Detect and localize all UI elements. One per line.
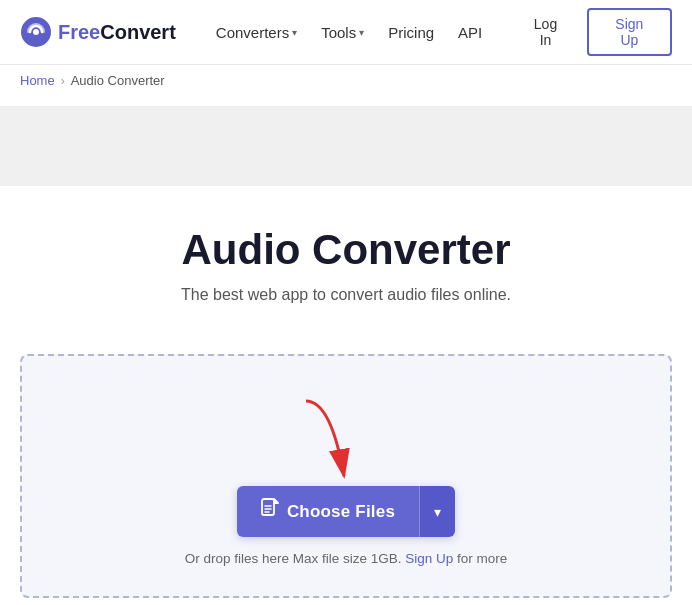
logo-icon [20,16,52,48]
chevron-down-icon: ▾ [434,504,441,520]
dropdown-button[interactable]: ▾ [419,486,455,537]
auth-area: Log In Sign Up [512,8,672,56]
arrow-container [42,396,650,476]
signup-button[interactable]: Sign Up [587,8,672,56]
logo[interactable]: FreeConvert [20,16,176,48]
breadcrumb-separator: › [61,74,65,88]
logo-text: FreeConvert [58,21,176,44]
choose-files-button[interactable]: Choose Files [237,486,419,537]
nav-api[interactable]: API [448,18,492,47]
page-title: Audio Converter [20,226,672,274]
upload-section: Choose Files ▾ Or drop files here Max fi… [20,354,672,598]
choose-files-group: Choose Files ▾ [237,486,455,537]
nav-tools[interactable]: Tools ▾ [311,18,374,47]
svg-point-1 [33,29,39,35]
page-subtitle: The best web app to convert audio files … [20,286,672,304]
breadcrumb-current: Audio Converter [71,73,165,88]
breadcrumb-home[interactable]: Home [20,73,55,88]
drop-info: Or drop files here Max file size 1GB. Si… [42,551,650,566]
drop-info-signup-link[interactable]: Sign Up [405,551,457,566]
nav-pricing[interactable]: Pricing [378,18,444,47]
login-button[interactable]: Log In [512,10,578,54]
main-content: Audio Converter The best web app to conv… [0,196,692,344]
chevron-down-icon: ▾ [292,27,297,38]
arrow-icon [276,396,416,486]
nav-converters[interactable]: Converters ▾ [206,18,307,47]
file-icon [261,498,279,525]
breadcrumb: Home › Audio Converter [0,65,692,96]
banner-section [0,106,692,186]
chevron-down-icon: ▾ [359,27,364,38]
header: FreeConvert Converters ▾ Tools ▾ Pricing… [0,0,692,65]
main-nav: Converters ▾ Tools ▾ Pricing API [206,18,492,47]
